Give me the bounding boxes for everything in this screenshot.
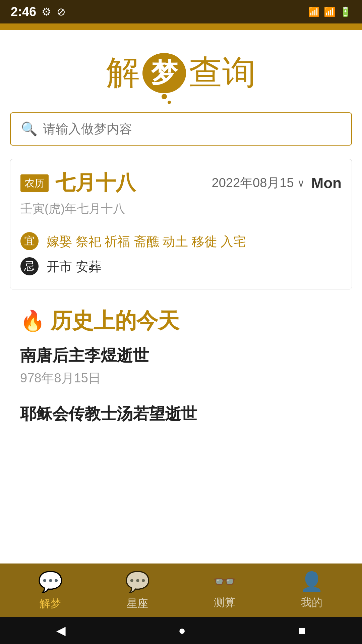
day-of-week: Mon bbox=[311, 175, 342, 192]
search-icon: 🔍 bbox=[21, 121, 38, 137]
gregorian-date-container: 2022年08月15 ∨ bbox=[212, 174, 305, 192]
history-event-title-1: 南唐后主李煜逝世 bbox=[20, 345, 342, 366]
xingzuo-icon: 💬 bbox=[125, 570, 150, 594]
history-title: 历史上的今天 bbox=[51, 306, 179, 335]
wifi-icon: 📶 bbox=[308, 6, 320, 17]
title-char-2: 查询 bbox=[189, 50, 256, 96]
ji-items: 开市 安葬 bbox=[47, 257, 101, 276]
wode-icon: 👤 bbox=[300, 571, 323, 593]
history-event-date-1: 978年8月15日 bbox=[20, 370, 342, 387]
history-title-row: 🔥 历史上的今天 bbox=[20, 306, 342, 335]
gregorian-date-text: 2022年08月15 bbox=[212, 174, 294, 192]
status-time: 2:46 bbox=[11, 5, 36, 19]
history-event-title-2: 耶稣会传教士汤若望逝世 bbox=[20, 403, 342, 425]
history-section: 🔥 历史上的今天 南唐后主李煜逝世 978年8月15日 耶稣会传教士汤若望逝世 bbox=[10, 296, 352, 441]
jiemeng-icon: 💬 bbox=[38, 570, 63, 594]
nav-label-cesuan: 测算 bbox=[214, 595, 235, 610]
dream-bubble: 梦 bbox=[142, 53, 186, 93]
bottom-nav: 💬 解梦 💬 星座 👓 测算 👤 我的 bbox=[0, 564, 362, 617]
nav-item-jiemeng[interactable]: 💬 解梦 bbox=[7, 570, 94, 611]
top-accent-bar bbox=[0, 23, 362, 30]
ji-badge: 忌 bbox=[20, 257, 39, 275]
status-bar: 2:46 ⚙ ⊘ 📶 📶 🔋 bbox=[0, 0, 362, 23]
nav-label-xingzuo: 星座 bbox=[127, 596, 148, 611]
search-box[interactable]: 🔍 bbox=[10, 112, 352, 146]
cesuan-icon: 👓 bbox=[213, 571, 236, 593]
chevron-down-icon[interactable]: ∨ bbox=[297, 177, 305, 189]
signal-icon: 📶 bbox=[324, 6, 336, 17]
back-button[interactable]: ◀ bbox=[56, 624, 66, 638]
lunar-date: 七月十八 bbox=[55, 169, 205, 197]
title-char-1: 解 bbox=[106, 50, 140, 96]
nongli-badge: 农历 bbox=[20, 174, 49, 192]
system-nav-bar: ◀ ● ■ bbox=[0, 617, 362, 644]
nav-label-jiemeng: 解梦 bbox=[40, 596, 61, 611]
settings-status-icon: ⚙ bbox=[42, 5, 51, 18]
calendar-header: 农历 七月十八 2022年08月15 ∨ Mon bbox=[20, 169, 342, 197]
history-item-2[interactable]: 耶稣会传教士汤若望逝世 bbox=[20, 403, 342, 433]
yi-badge: 宜 bbox=[20, 232, 39, 250]
history-item-1[interactable]: 南唐后主李煜逝世 978年8月15日 bbox=[20, 345, 342, 395]
bubble-dot bbox=[168, 101, 171, 104]
fire-icon: 🔥 bbox=[20, 309, 45, 333]
nav-item-cesuan[interactable]: 👓 测算 bbox=[181, 571, 268, 610]
yi-items: 嫁娶 祭祀 祈福 斋醮 动土 移徙 入宅 bbox=[47, 232, 342, 251]
search-container: 🔍 bbox=[10, 112, 352, 146]
search-input[interactable] bbox=[43, 122, 341, 136]
nav-item-wode[interactable]: 👤 我的 bbox=[268, 571, 355, 610]
nav-label-wode: 我的 bbox=[301, 595, 322, 610]
battery-icon: 🔋 bbox=[340, 6, 351, 17]
yi-row: 宜 嫁娶 祭祀 祈福 斋醮 动土 移徙 入宅 bbox=[20, 232, 342, 251]
ji-row: 忌 开市 安葬 bbox=[20, 257, 342, 276]
block-status-icon: ⊘ bbox=[57, 5, 66, 18]
app-title: 解 梦 查询 bbox=[106, 50, 256, 96]
calendar-card: 农历 七月十八 2022年08月15 ∨ Mon 壬寅(虎)年七月十八 宜 嫁娶… bbox=[10, 159, 352, 289]
ganzhi-line: 壬寅(虎)年七月十八 bbox=[20, 201, 342, 224]
home-button[interactable]: ● bbox=[178, 624, 186, 638]
main-content: 解 梦 查询 🔍 农历 七月十八 2022年08月15 ∨ Mon 壬寅(虎)年… bbox=[0, 30, 362, 564]
dream-char: 梦 bbox=[151, 55, 178, 91]
nav-item-xingzuo[interactable]: 💬 星座 bbox=[94, 570, 181, 611]
recent-button[interactable]: ■ bbox=[298, 624, 306, 638]
